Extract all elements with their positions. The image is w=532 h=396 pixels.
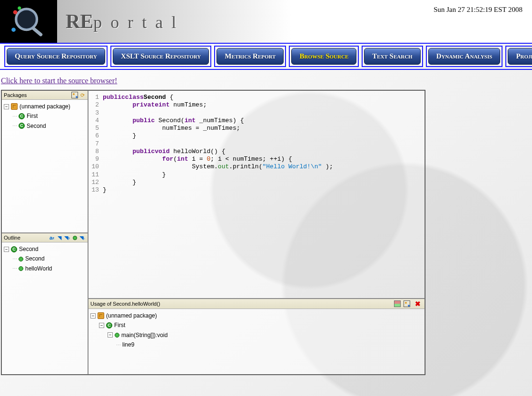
filter-icon[interactable]: ◥: [56, 234, 63, 241]
logo: [0, 0, 57, 43]
collapse-icon[interactable]: −: [4, 104, 9, 109]
tree-row[interactable]: ⋯ C Second: [4, 121, 86, 131]
usage-root-label: (unnamed package): [106, 311, 157, 320]
usage-line-label: line9: [122, 340, 134, 349]
class-icon: C: [11, 246, 17, 252]
line-number: 10: [89, 163, 103, 171]
class-icon: C: [19, 123, 25, 129]
line-number: 11: [89, 171, 103, 179]
tree-row[interactable]: − (unnamed package): [4, 102, 86, 111]
code-line: 12 }: [89, 179, 424, 186]
code-text: for(int i = 0; i < numTimes; ++i) {: [103, 155, 292, 163]
code-line: 11 }: [89, 171, 424, 179]
start-browser-link[interactable]: Click here to start the source browser!: [1, 77, 117, 85]
outline-title: Outline: [4, 235, 20, 241]
refresh-icon[interactable]: ⟳: [79, 92, 86, 98]
hide-static-icon[interactable]: ◥s: [64, 234, 70, 241]
packages-header: Packages ⟳: [2, 91, 88, 100]
code-text: }: [103, 179, 136, 186]
outline-root-label: Second: [19, 244, 39, 254]
code-text: }: [103, 132, 136, 140]
code-text: }: [103, 186, 107, 194]
collapse-icon[interactable]: −: [99, 323, 104, 328]
class-icon: C: [106, 322, 112, 328]
tree-row[interactable]: − main(String[]):void: [90, 330, 423, 340]
tree-row[interactable]: − C First: [90, 320, 423, 330]
svg-rect-2: [31, 27, 43, 37]
tree-connector: ⋯: [116, 341, 120, 349]
outline-tree: − C Second ⋯ Second ⋯ helloWorld: [2, 242, 88, 275]
tree-view-icon[interactable]: [404, 300, 410, 307]
usage-header: Usage of Second.helloWorld() ✖: [89, 299, 424, 309]
usage-tree: − (unnamed package) − C First − main(Str…: [89, 309, 424, 352]
workspace: Packages ⟳ − (unnamed package) ⋯ C First…: [1, 90, 425, 375]
tree-connector: ⋯: [12, 255, 17, 263]
sort-az-icon[interactable]: az: [49, 234, 55, 241]
title-suffix: portal: [93, 13, 185, 32]
tree-row[interactable]: − C Second: [4, 244, 86, 254]
line-number: 13: [89, 186, 103, 194]
method-icon: [115, 333, 119, 338]
method-dot-icon[interactable]: [71, 234, 78, 241]
code-line: 5 numTimes = _numTimes;: [89, 125, 424, 132]
line-number: 1: [89, 94, 103, 101]
code-text: System.out.println("Hello World!\n" );: [103, 163, 333, 171]
code-line: 13}: [89, 186, 424, 194]
usage-class-label: First: [114, 320, 125, 330]
hide-local-icon[interactable]: ◥L: [79, 234, 86, 241]
packages-panel: Packages ⟳ − (unnamed package) ⋯ C First…: [1, 90, 88, 233]
magnifier-icon: [7, 5, 50, 38]
nav-button[interactable]: Dynamic Analysis: [428, 48, 501, 65]
svg-point-3: [13, 10, 18, 14]
grid-icon[interactable]: [394, 300, 401, 307]
code-line: 9 for(int i = 0; i < numTimes; ++i) {: [89, 155, 424, 163]
tree-connector: ⋯: [12, 122, 17, 130]
tree-row[interactable]: ⋯ Second: [4, 254, 86, 263]
hierarchy-icon[interactable]: [71, 92, 78, 98]
class-icon: C: [19, 113, 25, 119]
code-line: 2 privateint numTimes;: [89, 101, 424, 109]
source-code[interactable]: 1publicclassSecond {2 privateint numTime…: [89, 91, 424, 197]
header-band: REportal Sun Jan 27 21:52:19 EST 2008: [0, 0, 532, 43]
code-text: publicvoid helloWorld() {: [103, 148, 225, 155]
svg-point-5: [18, 7, 21, 10]
nav-button[interactable]: Metrics Report: [217, 48, 284, 65]
tree-row[interactable]: ⋯ C First: [4, 111, 86, 121]
title-prefix: RE: [66, 10, 93, 32]
line-number: 9: [89, 155, 103, 163]
line-number: 3: [89, 109, 103, 117]
nav-button[interactable]: Text Search: [364, 48, 420, 65]
method-icon: [19, 257, 23, 261]
packages-tree: − (unnamed package) ⋯ C First ⋯ C Second: [2, 100, 88, 133]
code-line: 7: [89, 140, 424, 148]
code-text: privateint numTimes;: [103, 101, 207, 109]
collapse-icon[interactable]: −: [4, 247, 9, 252]
tree-row[interactable]: ⋯ helloWorld: [4, 264, 86, 273]
code-text: public Second(int _numTimes) {: [103, 117, 244, 125]
tree-row[interactable]: − (unnamed package): [90, 311, 423, 320]
line-number: 5: [89, 125, 103, 132]
code-line: 3: [89, 109, 424, 117]
code-text: }: [103, 171, 166, 179]
line-number: 4: [89, 117, 103, 125]
member-label: Second: [25, 254, 45, 263]
method-icon: [19, 266, 23, 271]
nav-button[interactable]: Browse Source: [291, 48, 356, 65]
code-line: 8 publicvoid helloWorld() {: [89, 148, 424, 155]
collapse-icon[interactable]: −: [90, 313, 96, 319]
app-title: REportal: [66, 10, 185, 33]
tree-row[interactable]: ⋯ line9: [90, 340, 423, 349]
package-icon: [11, 103, 18, 110]
svg-point-4: [11, 28, 16, 32]
tree-connector: ⋯: [12, 112, 17, 120]
collapse-icon[interactable]: −: [108, 332, 113, 338]
usage-method-label: main(String[]):void: [121, 330, 167, 340]
line-number: 6: [89, 132, 103, 140]
close-icon[interactable]: ✖: [413, 300, 423, 308]
member-label: helloWorld: [25, 264, 52, 273]
nav-button[interactable]: Query Source Repository: [7, 48, 105, 65]
nav-button[interactable]: Projects: [508, 48, 532, 65]
code-text: publicclassSecond {: [103, 94, 173, 101]
code-line: 1publicclassSecond {: [89, 94, 424, 101]
nav-button[interactable]: XSLT Source Repository: [113, 48, 209, 65]
